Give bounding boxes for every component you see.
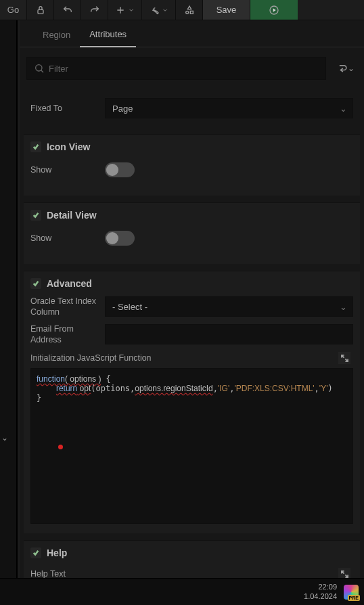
group-toggle-checkbox[interactable] (30, 210, 41, 221)
icon-view-show-toggle[interactable] (105, 162, 135, 177)
taskbar-clock[interactable]: 22:09 1.04.2024 (304, 583, 337, 600)
icon-view-show-row: Show (30, 159, 353, 181)
fixed-to-label: Fixed To (30, 103, 98, 114)
icon-view-title: Icon View (47, 141, 90, 152)
detail-view-header[interactable]: Detail View (30, 210, 353, 221)
email-from-label: Email From Address (30, 323, 98, 346)
tab-attributes[interactable]: Attributes (80, 22, 136, 47)
lock-icon (35, 5, 46, 16)
expand-help-button[interactable] (338, 568, 350, 578)
detail-view-title: Detail View (47, 210, 97, 221)
property-tabs: Region Attributes (20, 20, 364, 47)
expand-icon (341, 570, 348, 578)
group-toggle-checkbox[interactable] (30, 547, 41, 558)
advanced-group: Advanced Oracle Text Index Column - Sele… (24, 271, 360, 533)
redo-icon (89, 5, 100, 16)
wrench-icon (149, 5, 160, 16)
chevron-down-icon[interactable]: ⌄ (1, 433, 8, 443)
fixed-to-select[interactable]: Page ⌄ (105, 98, 353, 118)
filter-input[interactable] (49, 64, 319, 74)
email-from-row: Email From Address (30, 323, 353, 346)
run-button[interactable] (250, 0, 298, 20)
email-from-input[interactable] (105, 324, 353, 344)
help-text-label: Help Text (30, 569, 66, 578)
init-js-label: Initialization JavaScript Function (30, 353, 152, 363)
property-panel: Region Attributes ⌄ Fixed To Page ⌄ (17, 20, 364, 578)
fixed-to-value: Page (112, 104, 133, 114)
expand-icon (341, 355, 348, 362)
filter-row: ⌄ (20, 47, 364, 88)
play-icon (269, 5, 279, 16)
plus-icon (115, 5, 126, 16)
svg-point-1 (185, 11, 188, 14)
svg-rect-0 (38, 9, 43, 14)
add-menu-button[interactable] (108, 0, 142, 20)
group-toggle-checkbox[interactable] (30, 278, 41, 289)
oracle-text-select[interactable]: - Select - ⌄ (105, 296, 353, 317)
expand-code-button[interactable] (338, 352, 350, 364)
oracle-text-row: Oracle Text Index Column - Select - ⌄ (30, 296, 353, 318)
icon-view-group: Icon View Show (24, 134, 360, 196)
advanced-title: Advanced (47, 278, 92, 289)
undo-icon (62, 5, 73, 16)
search-icon (34, 63, 45, 74)
icon-view-show-label: Show (30, 164, 98, 175)
svg-rect-2 (190, 11, 193, 14)
tab-region[interactable]: Region (33, 23, 80, 47)
icon-view-header[interactable]: Icon View (30, 141, 353, 152)
cursor-marker (58, 445, 63, 449)
fixed-to-row: Fixed To Page ⌄ (30, 97, 353, 119)
undo-button[interactable] (54, 0, 81, 20)
left-rail: ⌄ (0, 20, 17, 578)
taskbar-date: 1.04.2024 (304, 592, 337, 601)
detail-view-group: Detail View Show (24, 202, 360, 264)
chevron-down-icon: ⌄ (340, 104, 347, 114)
init-js-label-row: Initialization JavaScript Function (30, 352, 353, 364)
detail-view-show-toggle[interactable] (105, 231, 135, 246)
windows-taskbar: 22:09 1.04.2024 PRE (0, 578, 364, 605)
tools-menu-button[interactable] (142, 0, 176, 20)
detail-view-show-label: Show (30, 233, 98, 244)
top-toolbar: Go Save (0, 0, 364, 20)
taskbar-time: 22:09 (304, 583, 337, 591)
loop-down-icon (336, 62, 349, 75)
help-group: Help Help Text (24, 540, 360, 578)
oracle-text-label: Oracle Text Index Column (30, 296, 98, 318)
shapes-icon (184, 5, 195, 16)
chevron-down-icon (162, 7, 168, 14)
tray-copilot-icon[interactable]: PRE (344, 585, 359, 600)
save-button[interactable]: Save (203, 0, 250, 20)
chevron-down-icon (128, 7, 135, 14)
help-title: Help (47, 547, 67, 558)
group-toggle-checkbox[interactable] (30, 141, 41, 152)
init-js-code-editor[interactable]: function( options ) { return opt(options… (30, 368, 353, 524)
lock-button[interactable] (27, 0, 54, 20)
oracle-text-value: - Select - (112, 302, 147, 312)
detail-view-show-row: Show (30, 227, 353, 249)
filter-box[interactable] (26, 57, 326, 80)
svg-point-4 (36, 65, 42, 71)
help-header[interactable]: Help (30, 547, 353, 558)
advanced-header[interactable]: Advanced (30, 278, 353, 289)
chevron-down-icon: ⌄ (340, 302, 347, 312)
redo-button[interactable] (81, 0, 108, 20)
shared-components-button[interactable] (176, 0, 203, 20)
help-text-row: Help Text (30, 565, 353, 578)
go-button[interactable]: Go (0, 0, 27, 20)
copilot-icon: PRE (344, 585, 359, 600)
filter-menu-button[interactable]: ⌄ (333, 62, 357, 75)
